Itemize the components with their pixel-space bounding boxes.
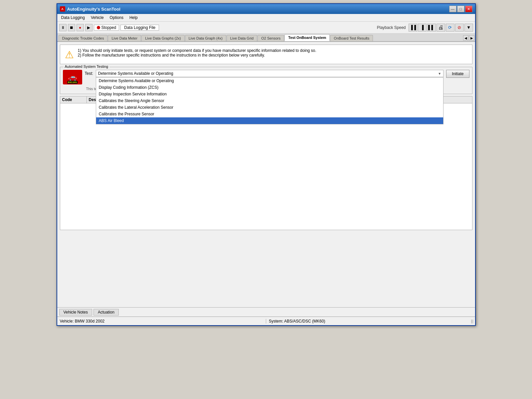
- playback-btn-5[interactable]: ⟳: [446, 24, 454, 32]
- playback-btn-7[interactable]: ▼: [464, 24, 473, 32]
- dropdown-option-0[interactable]: Determine Systems Available or Operating: [96, 77, 443, 84]
- stopped-dot-icon: [97, 26, 100, 29]
- tab-scroll-left[interactable]: ◀: [463, 35, 468, 41]
- main-window: A AutoEnginuity's ScanTool — □ ✕ Data Lo…: [57, 3, 476, 326]
- maximize-button[interactable]: □: [457, 6, 464, 12]
- menu-options[interactable]: Options: [107, 15, 126, 21]
- dropdown-list: Determine Systems Available or Operating…: [96, 77, 443, 124]
- data-logging-file-button[interactable]: Data Logging File: [120, 25, 159, 31]
- warning-icon: ⚠: [65, 49, 74, 61]
- car-icon: 🚗 E61101: [63, 70, 82, 84]
- playback-btn-3[interactable]: ▌▌: [427, 24, 436, 32]
- tab-dtc[interactable]: Diagnostic Trouble Codes: [59, 35, 108, 41]
- tab-live-meter[interactable]: Live Data Meter: [108, 35, 141, 41]
- group-label: Automated System Testing: [64, 65, 110, 68]
- tab-live-graphs-2x[interactable]: Live Data Graphs (2x): [141, 35, 185, 41]
- vehicle-info: Vehicle: BMW 330d 2002: [60, 319, 264, 324]
- app-icon: A: [60, 6, 65, 12]
- play-button[interactable]: ▶: [85, 24, 92, 31]
- tab-onboard-results[interactable]: OnBoard Test Results: [330, 35, 373, 41]
- minimize-button[interactable]: —: [449, 6, 456, 12]
- playback-btn-6[interactable]: ⊘: [455, 24, 464, 32]
- playback-btn-2[interactable]: ▐: [418, 24, 427, 32]
- test-dropdown[interactable]: Determine Systems Available or Operating…: [96, 70, 443, 77]
- playback-controls: ▐▐ ▐ ▌▌ 🖨 ⟳ ⊘ ▼: [409, 24, 473, 32]
- automated-testing-group: Automated System Testing 🚗 E61101 Test: …: [60, 67, 472, 94]
- tab-bar: Diagnostic Trouble Codes Live Data Meter…: [57, 34, 475, 42]
- dropdown-arrow-icon: ▼: [438, 72, 441, 75]
- tab-live-grid[interactable]: Live Data Grid: [227, 35, 257, 41]
- dropdown-option-2[interactable]: Display Inspection Service Information: [96, 91, 443, 97]
- close-button[interactable]: ✕: [465, 6, 472, 12]
- test-row: 🚗 E61101 Test: Determine Systems Availab…: [63, 70, 469, 84]
- dropdown-option-1[interactable]: Display Coding Information (ZCS): [96, 84, 443, 91]
- initiate-button[interactable]: Initiate: [446, 70, 469, 78]
- test-field-label: Test:: [85, 70, 93, 76]
- dropdown-selected: Determine Systems Available or Operating: [98, 71, 173, 76]
- menu-data-logging[interactable]: Data Logging: [59, 15, 88, 21]
- stopped-label: Stopped: [101, 25, 116, 30]
- status-indicator: Stopped: [94, 25, 119, 31]
- window-controls: — □ ✕: [449, 6, 472, 12]
- warning-text: 1) You should only initiate tests, or re…: [78, 48, 316, 58]
- pause-button[interactable]: ⏸: [59, 24, 67, 31]
- col-extra: [439, 96, 472, 103]
- bottom-bar: Vehicle: BMW 330d 2002 System: ABS/ASC/D…: [57, 317, 475, 325]
- menu-bar: Data Logging Vehicle Options Help: [57, 14, 475, 22]
- playback-speed-label: Playback Speed: [377, 25, 406, 30]
- status-bar: Vehicle Notes Actuation: [57, 307, 475, 317]
- col-code-header: Code: [60, 96, 87, 103]
- menu-vehicle[interactable]: Vehicle: [88, 15, 106, 21]
- title-bar: A AutoEnginuity's ScanTool — □ ✕: [57, 4, 475, 14]
- dropdown-option-5[interactable]: Calibrates the Pressure Sensor: [96, 111, 443, 117]
- system-info: System: ABS/ASC/DSC (MK60): [266, 319, 472, 324]
- main-content: ⚠ 1) You should only initiate tests, or …: [57, 42, 475, 233]
- actuation-button[interactable]: Actuation: [93, 309, 119, 316]
- stop-button[interactable]: ⏹: [68, 24, 75, 31]
- dropdown-option-3[interactable]: Calibrates the Steering Angle Sensor: [96, 97, 443, 104]
- warning-line2: 2) Follow the manufacturer specific inst…: [78, 53, 316, 58]
- toolbar: ⏸ ⏹ ● ▶ Stopped Data Logging File Playba…: [57, 22, 475, 34]
- dropdown-option-6[interactable]: ABS Air Bleed: [96, 117, 443, 124]
- dropdown-option-4[interactable]: Calibrates the Lateral Acceleration Sens…: [96, 104, 443, 111]
- tab-live-graph-4x[interactable]: Live Data Graph (4x): [185, 35, 226, 41]
- menu-help[interactable]: Help: [127, 15, 140, 21]
- record-button[interactable]: ●: [77, 24, 84, 31]
- playback-btn-4[interactable]: 🖨: [437, 24, 445, 32]
- warning-line1: 1) You should only initiate tests, or re…: [78, 48, 316, 53]
- test-dropdown-wrapper: Determine Systems Available or Operating…: [96, 70, 443, 77]
- tab-o2-sensors[interactable]: O2 Sensors: [258, 35, 284, 41]
- tab-test-onboard[interactable]: Test OnBoard System: [284, 34, 330, 41]
- vehicle-notes-button[interactable]: Vehicle Notes: [59, 309, 92, 316]
- resize-handle-icon[interactable]: ⠿: [470, 319, 474, 325]
- tab-scroll-controls: ◀ ▶: [462, 35, 475, 41]
- window-title: AutoEnginuity's ScanTool: [67, 7, 449, 12]
- tab-scroll-right[interactable]: ▶: [469, 35, 474, 41]
- warning-box: ⚠ 1) You should only initiate tests, or …: [60, 45, 472, 64]
- playback-btn-1[interactable]: ▐▐: [409, 24, 417, 32]
